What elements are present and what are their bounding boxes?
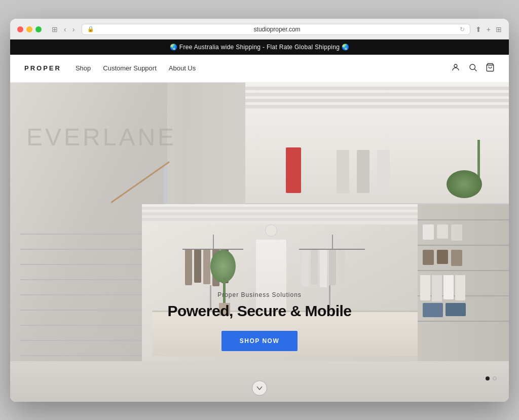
lock-icon: 🔒 [87,26,94,32]
nav-links: Shop Customer Support About Us [76,64,451,72]
grid-icon[interactable]: ⊞ [496,25,502,33]
mannequins [337,150,390,193]
store-brand-display: EVERLANE [26,123,176,151]
hero-title: Powered, Secure & Mobile [20,302,499,320]
hero-section: EVERLANE [10,83,509,402]
nav-customer-support[interactable]: Customer Support [103,64,157,72]
announcement-bar: 🌏 Free Australia wide Shipping - Flat Ra… [10,40,509,55]
shelf-items-1 [423,224,462,241]
svg-line-2 [474,69,476,71]
address-bar[interactable]: 🔒 studioproper.com ↻ [82,24,470,35]
shop-now-button[interactable]: SHOP NOW [221,331,298,351]
scroll-down-chevron[interactable] [252,380,267,396]
url-display: studioproper.com [97,26,456,33]
account-icon[interactable] [451,63,460,74]
navbar: PROPER Shop Customer Support About Us [10,55,509,83]
hero-overlay: Proper Business Solutions Powered, Secur… [10,281,509,361]
browser-controls: ⊞ ‹ › [50,25,77,34]
close-button[interactable] [17,26,23,32]
announcement-text: 🌏 Free Australia wide Shipping - Flat Ra… [170,44,349,51]
back-button[interactable]: ‹ [62,25,68,34]
forward-button[interactable]: › [70,25,77,34]
svg-point-0 [454,64,457,67]
maximize-button[interactable] [35,26,42,32]
share-icon[interactable]: ⬆ [475,25,481,33]
browser-window: ⊞ ‹ › 🔒 studioproper.com ↻ ⬆ + ⊞ 🌏 Free … [10,19,509,402]
ceiling-slats [245,83,509,113]
reload-icon[interactable]: ↻ [460,26,465,33]
slide-dots [486,376,497,380]
hero-subtitle: Proper Business Solutions [20,291,499,298]
nav-icons [451,63,495,74]
page-content: 🌏 Free Australia wide Shipping - Flat Ra… [10,40,509,402]
display-item-red [286,147,301,193]
dot-2[interactable] [493,376,497,380]
plant-mezzanine [463,140,494,198]
search-icon[interactable] [468,63,477,74]
brand-logo[interactable]: PROPER [24,64,61,72]
traffic-lights [17,26,42,32]
cart-icon[interactable] [486,63,495,74]
browser-actions: ⬆ + ⊞ [475,25,502,33]
new-tab-icon[interactable]: + [487,25,491,33]
mezzanine-level [245,83,509,204]
nav-about-us[interactable]: About Us [169,64,196,72]
svg-point-1 [470,64,475,70]
dot-1[interactable] [486,376,490,380]
nav-shop[interactable]: Shop [76,64,91,72]
minimize-button[interactable] [26,26,32,32]
shelf-items-2 [423,250,462,266]
sidebar-toggle-button[interactable]: ⊞ [50,25,60,34]
browser-chrome: ⊞ ‹ › 🔒 studioproper.com ↻ ⬆ + ⊞ [10,19,509,40]
